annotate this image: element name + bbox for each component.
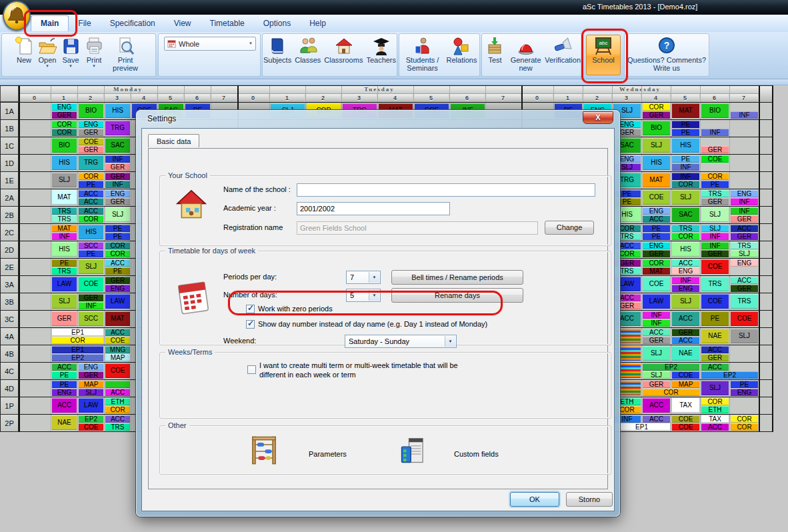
timetable-cell[interactable]: GER bbox=[79, 146, 103, 153]
timetable-cell[interactable]: COE bbox=[79, 423, 103, 431]
timetable-cell[interactable]: ACC bbox=[79, 198, 103, 205]
period-header[interactable]: 2 bbox=[583, 94, 612, 102]
timetable-cell[interactable]: ENG bbox=[79, 363, 103, 371]
menu-item-timetable[interactable]: Timetable bbox=[201, 16, 254, 31]
timetable-cell[interactable]: ACC bbox=[105, 415, 130, 423]
parameters-label[interactable]: Parameters bbox=[309, 450, 347, 458]
timetable-cell[interactable]: GER bbox=[643, 111, 670, 119]
timetable-cell[interactable]: GER bbox=[701, 354, 729, 361]
class-row-label[interactable]: 2B bbox=[0, 206, 19, 224]
timetable-cell[interactable]: COR bbox=[701, 398, 729, 405]
period-header[interactable]: 1 bbox=[553, 94, 583, 102]
timetable-cell[interactable]: SLJ bbox=[52, 294, 77, 309]
timetable-cell[interactable]: TRS bbox=[672, 225, 699, 232]
period-header[interactable]: 4 bbox=[641, 94, 671, 102]
period-header[interactable]: 1 bbox=[269, 94, 305, 102]
verification-button[interactable]: Verification bbox=[543, 35, 582, 76]
day-header[interactable]: Monday bbox=[19, 85, 237, 94]
timetable-cell[interactable]: COE bbox=[79, 138, 103, 145]
timetable-cell[interactable]: ENG bbox=[52, 389, 77, 396]
timetable-cell[interactable]: SLJ bbox=[731, 329, 758, 343]
timetable-cell[interactable]: COR bbox=[105, 406, 130, 413]
timetable-cell[interactable]: LAW bbox=[52, 277, 77, 291]
timetable-cell[interactable]: COE bbox=[672, 415, 699, 423]
timetable-cell[interactable]: ACC bbox=[672, 337, 699, 344]
day-header[interactable]: Wednesday bbox=[521, 85, 759, 94]
timetable-cell[interactable]: COR bbox=[52, 121, 77, 128]
timetable-cell[interactable]: GER bbox=[79, 371, 103, 379]
timetable-cell[interactable]: ENG bbox=[52, 103, 77, 111]
timetable-cell[interactable]: INF bbox=[731, 207, 758, 215]
timetable-cell[interactable]: TRG bbox=[105, 121, 130, 135]
timetable-cell[interactable]: ETH bbox=[701, 406, 729, 413]
timetable-cell[interactable]: MAT bbox=[672, 103, 699, 118]
timetable-cell[interactable]: SLJ bbox=[731, 250, 758, 257]
new-button[interactable]: New bbox=[13, 35, 35, 76]
timetable-cell[interactable]: ENG bbox=[672, 285, 699, 292]
timetable-cell[interactable]: PE bbox=[731, 381, 758, 388]
class-row-label[interactable]: 4D bbox=[0, 379, 19, 397]
open-button[interactable]: Open▼ bbox=[36, 35, 59, 76]
timetable-cell[interactable]: NAE bbox=[52, 415, 77, 430]
timetable-cell[interactable]: GER bbox=[79, 129, 103, 136]
timetable-cell[interactable]: NAE bbox=[701, 329, 729, 343]
class-row-label[interactable]: 1D bbox=[0, 154, 19, 172]
test-button[interactable]: Test bbox=[482, 35, 508, 76]
class-row-label[interactable]: 1C bbox=[0, 137, 19, 155]
timetable-cell[interactable]: TRS bbox=[105, 423, 130, 431]
timetable-cell[interactable]: SAC bbox=[672, 207, 699, 222]
class-row-label[interactable]: 1B bbox=[0, 119, 19, 137]
period-header[interactable]: 5 bbox=[671, 94, 700, 102]
timetable-cell[interactable]: COE bbox=[105, 363, 130, 378]
abacus-icon[interactable] bbox=[249, 434, 279, 469]
period-header[interactable]: 7 bbox=[485, 94, 521, 102]
timetable-cell[interactable]: PE bbox=[105, 267, 130, 275]
period-header[interactable]: 0 bbox=[521, 94, 553, 102]
timetable-cell[interactable]: INF bbox=[105, 181, 130, 188]
class-row-label[interactable]: 1P bbox=[0, 397, 19, 415]
timetable-cell[interactable]: SCC bbox=[79, 242, 103, 249]
bell-times-button[interactable]: Bell times / Rename periods bbox=[391, 270, 523, 285]
timetable-cell[interactable]: ENG bbox=[643, 242, 670, 249]
print-preview-button[interactable]: Print preview bbox=[106, 35, 145, 76]
period-header[interactable]: 5 bbox=[413, 94, 449, 102]
timetable-cell[interactable]: HIS bbox=[643, 155, 670, 170]
timetable-cell[interactable]: GER bbox=[643, 337, 670, 344]
timetable-cell[interactable]: SLJ bbox=[643, 371, 670, 379]
timetable-cell[interactable]: MAT bbox=[52, 225, 77, 232]
timetable-cell[interactable]: COR bbox=[52, 337, 103, 344]
timetable-cell[interactable]: PE bbox=[52, 259, 77, 267]
custom-fields-icon[interactable] bbox=[398, 434, 427, 469]
timetable-cell[interactable]: NAE bbox=[672, 346, 699, 361]
school-button[interactable]: abc School bbox=[586, 35, 621, 75]
periods-per-day-combo[interactable]: 7▼ bbox=[346, 271, 381, 284]
timetable-cell[interactable]: MAP bbox=[672, 381, 699, 388]
timetable-cell[interactable]: EP1 bbox=[52, 346, 103, 353]
day-number-checkbox[interactable] bbox=[246, 320, 255, 329]
timetable-cell[interactable]: INF bbox=[643, 311, 670, 319]
timetable-cell[interactable]: PE bbox=[105, 233, 130, 240]
timetable-cell[interactable]: ENG bbox=[731, 389, 758, 396]
timetable-cell[interactable]: SLJ bbox=[52, 173, 77, 187]
timetable-cell[interactable]: TAX bbox=[672, 398, 699, 413]
timetable-cell[interactable]: GER bbox=[731, 285, 758, 292]
zero-periods-checkbox[interactable] bbox=[246, 305, 255, 313]
timetable-cell[interactable]: ACC bbox=[52, 398, 77, 413]
timetable-cell[interactable]: SLJ bbox=[701, 207, 729, 222]
questions-button[interactable]: ? Questions? Comments? Write us bbox=[625, 35, 708, 76]
timetable-cell[interactable]: INF bbox=[105, 155, 130, 163]
print-dropdown-arrow[interactable]: ▼ bbox=[92, 64, 96, 69]
timetable-cell[interactable]: TRS bbox=[701, 190, 729, 197]
timetable-cell[interactable]: TAX bbox=[701, 415, 729, 423]
timetable-cell[interactable]: COR bbox=[79, 173, 103, 180]
timetable-cell[interactable]: MAT bbox=[105, 311, 130, 326]
timetable-cell[interactable]: COE bbox=[79, 277, 103, 291]
timetable-cell[interactable]: COR bbox=[643, 103, 670, 111]
timetable-cell[interactable]: GER bbox=[52, 111, 77, 119]
multi-term-checkbox[interactable] bbox=[247, 365, 256, 374]
timetable-cell[interactable]: LAW bbox=[643, 294, 670, 309]
timetable-cell[interactable]: EP2 bbox=[79, 415, 103, 423]
period-header[interactable]: 6 bbox=[184, 94, 211, 102]
timetable-cell[interactable]: EP2 bbox=[643, 363, 699, 371]
timetable-cell[interactable]: PE bbox=[701, 181, 729, 188]
